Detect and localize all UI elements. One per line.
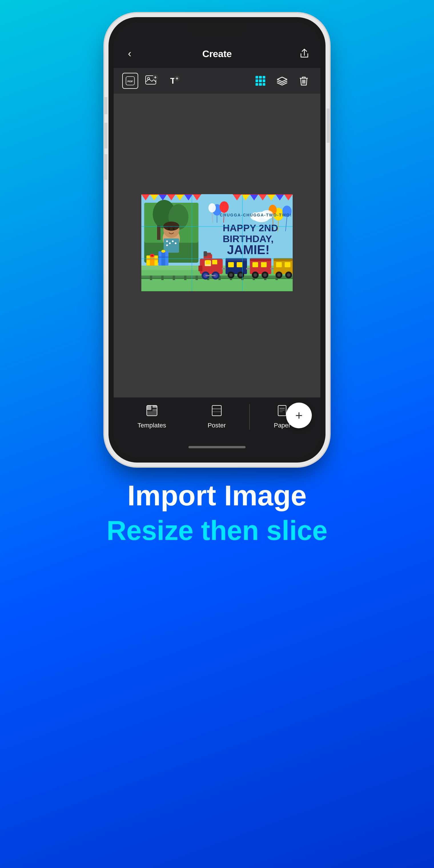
phone-wrapper: ‹ Create PDF xyxy=(108,17,326,463)
phone-screen: ‹ Create PDF xyxy=(114,22,320,457)
svg-point-46 xyxy=(209,203,216,212)
templates-icon xyxy=(146,404,158,420)
page-title: Create xyxy=(203,48,232,59)
svg-point-73 xyxy=(173,228,175,230)
svg-point-125 xyxy=(287,273,290,277)
add-image-button[interactable]: + xyxy=(144,73,160,89)
canvas-area[interactable]: CHUGGA-CHUGGA-TWO-TWO! HAPPY 2ND BIRTHDA… xyxy=(114,94,320,398)
svg-rect-137 xyxy=(212,405,221,416)
svg-text:JAMIE!: JAMIE! xyxy=(227,243,270,257)
design-canvas[interactable]: CHUGGA-CHUGGA-TWO-TWO! HAPPY 2ND BIRTHDA… xyxy=(141,194,293,297)
bottom-text-section: Import Image Resize then slice xyxy=(84,480,350,547)
svg-rect-82 xyxy=(158,256,168,258)
home-bar xyxy=(188,446,246,448)
svg-text:+: + xyxy=(154,75,156,80)
svg-text:CHUGGA-CHUGGA-TWO-TWO!: CHUGGA-CHUGGA-TWO-TWO! xyxy=(220,213,292,217)
mute-button xyxy=(103,97,107,114)
svg-point-68 xyxy=(169,242,171,244)
svg-rect-14 xyxy=(150,276,152,280)
fab-add-button[interactable]: + xyxy=(286,403,312,428)
home-indicator xyxy=(114,443,320,457)
poster-icon xyxy=(211,404,223,420)
svg-rect-17 xyxy=(184,276,186,280)
svg-rect-133 xyxy=(147,405,151,410)
svg-point-123 xyxy=(277,273,281,277)
grid-button[interactable] xyxy=(252,73,269,89)
svg-rect-134 xyxy=(152,405,157,408)
svg-rect-109 xyxy=(222,268,226,270)
layers-button[interactable] xyxy=(274,73,290,89)
svg-point-72 xyxy=(168,228,170,230)
svg-rect-102 xyxy=(228,262,234,267)
svg-point-105 xyxy=(229,273,233,277)
nav-item-poster[interactable]: Poster xyxy=(184,402,249,431)
svg-rect-66 xyxy=(164,239,179,253)
svg-point-71 xyxy=(175,242,177,244)
svg-text:HAPPY 2ND: HAPPY 2ND xyxy=(223,222,278,233)
templates-label: Templates xyxy=(137,422,166,429)
svg-point-70 xyxy=(172,240,174,242)
svg-rect-136 xyxy=(147,411,157,416)
power-button xyxy=(327,108,331,143)
svg-point-65 xyxy=(163,222,179,231)
delete-button[interactable] xyxy=(296,73,312,89)
svg-point-79 xyxy=(151,255,153,256)
svg-point-67 xyxy=(166,240,168,242)
svg-rect-103 xyxy=(237,262,242,267)
svg-rect-135 xyxy=(152,409,157,411)
pdf-button[interactable]: PDF xyxy=(122,73,138,89)
svg-rect-93 xyxy=(206,260,210,265)
svg-point-69 xyxy=(166,244,168,246)
svg-rect-61 xyxy=(157,225,160,240)
main-headline: Import Image xyxy=(106,480,328,511)
fab-icon: + xyxy=(295,408,303,423)
svg-rect-112 xyxy=(261,262,267,267)
grid-icon xyxy=(255,76,265,86)
svg-point-83 xyxy=(161,250,165,253)
volume-down-button xyxy=(103,154,107,180)
svg-rect-120 xyxy=(276,262,282,267)
volume-up-button xyxy=(103,123,107,149)
svg-rect-100 xyxy=(204,251,207,256)
svg-rect-118 xyxy=(246,268,250,270)
svg-rect-15 xyxy=(161,276,164,280)
svg-rect-18 xyxy=(195,276,198,280)
bottom-nav: Templates Poster xyxy=(114,398,320,443)
svg-text:PDF: PDF xyxy=(127,80,133,83)
svg-rect-121 xyxy=(285,262,290,267)
svg-rect-81 xyxy=(161,251,165,266)
paper-label: Paper xyxy=(274,422,291,429)
svg-rect-111 xyxy=(252,262,258,267)
top-nav: ‹ Create xyxy=(114,39,320,68)
svg-point-114 xyxy=(253,273,257,277)
svg-rect-16 xyxy=(173,276,175,280)
add-text-button[interactable]: T + xyxy=(165,73,182,89)
poster-label: Poster xyxy=(208,422,226,429)
svg-rect-127 xyxy=(270,268,274,270)
svg-rect-92 xyxy=(212,260,217,265)
nav-item-templates[interactable]: Templates xyxy=(119,402,184,431)
sub-headline: Resize then slice xyxy=(106,514,328,547)
share-button[interactable] xyxy=(297,46,312,61)
svg-rect-88 xyxy=(200,258,223,274)
svg-point-116 xyxy=(263,273,267,277)
notch xyxy=(191,22,243,34)
back-button[interactable]: ‹ xyxy=(122,46,137,61)
svg-point-44 xyxy=(220,201,229,213)
toolbar: PDF + T xyxy=(114,68,320,94)
svg-point-107 xyxy=(239,273,242,277)
svg-rect-99 xyxy=(198,266,203,271)
svg-rect-140 xyxy=(278,405,286,416)
svg-text:+: + xyxy=(176,76,178,81)
